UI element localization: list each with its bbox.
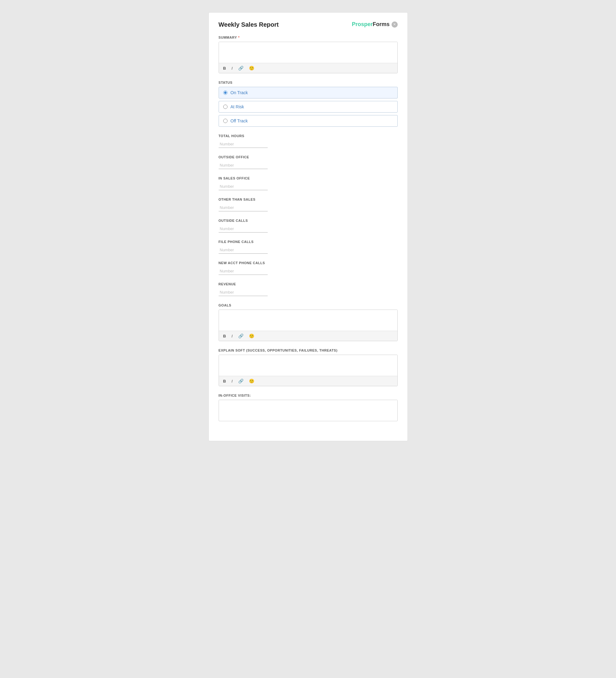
summary-bold-button[interactable]: B — [222, 65, 227, 71]
outside-office-section: OUTSIDE OFFICE — [219, 155, 398, 169]
goals-rich-text-box: B I 🔗 🙂 — [219, 309, 398, 341]
explain-soft-textarea[interactable] — [219, 355, 397, 375]
link-icon: 🔗 — [238, 66, 243, 71]
link-icon: 🔗 — [238, 334, 243, 338]
summary-emoji-button[interactable]: 🙂 — [248, 65, 255, 71]
goals-section: GOALS B I 🔗 🙂 — [219, 303, 398, 341]
status-radio-on-track[interactable] — [223, 90, 228, 95]
in-sales-office-input[interactable] — [219, 183, 268, 190]
outside-calls-label: OUTSIDE CALLS — [219, 219, 398, 222]
explain-soft-bold-button[interactable]: B — [222, 378, 227, 384]
bold-icon: B — [223, 334, 226, 338]
revenue-section: REVENUE — [219, 282, 398, 296]
goals-textarea[interactable] — [219, 310, 397, 330]
required-indicator: * — [238, 36, 240, 39]
status-option-off-track[interactable]: Off Track — [219, 115, 398, 127]
status-radio-at-risk[interactable] — [223, 105, 228, 109]
revenue-label: REVENUE — [219, 282, 398, 286]
status-label-on-track: On Track — [231, 90, 248, 95]
summary-italic-button[interactable]: I — [230, 65, 234, 71]
explain-soft-toolbar: B I 🔗 🙂 — [219, 376, 397, 386]
logo: ProsperForms — [352, 21, 389, 28]
italic-icon: I — [232, 334, 233, 338]
emoji-icon: 🙂 — [249, 379, 254, 383]
other-than-sales-input[interactable] — [219, 204, 268, 212]
status-option-on-track[interactable]: On Track — [219, 87, 398, 99]
other-than-sales-section: OTHER THAN SALES — [219, 197, 398, 212]
outside-calls-section: OUTSIDE CALLS — [219, 219, 398, 232]
summary-label: SUMMARY * — [219, 36, 398, 39]
revenue-input[interactable] — [219, 288, 268, 296]
new-acct-phone-calls-section: NEW ACCT PHONE CALLS — [219, 261, 398, 275]
in-office-visits-label: IN-OFFICE VISITS: — [219, 393, 398, 397]
goals-bold-button[interactable]: B — [222, 333, 227, 339]
logo-prosper: Prosper — [352, 21, 373, 28]
new-acct-phone-calls-label: NEW ACCT PHONE CALLS — [219, 261, 398, 265]
form-container: Weekly Sales Report ProsperForms ✕ SUMMA… — [208, 12, 408, 441]
summary-section: SUMMARY * B I 🔗 🙂 — [219, 36, 398, 73]
form-header: Weekly Sales Report ProsperForms ✕ — [219, 21, 398, 28]
summary-textarea[interactable] — [219, 42, 397, 62]
status-label-at-risk: At Risk — [231, 104, 244, 109]
logo-forms: Forms — [373, 21, 389, 28]
explain-soft-italic-button[interactable]: I — [230, 378, 234, 384]
emoji-icon: 🙂 — [249, 66, 254, 71]
status-label-off-track: Off Track — [231, 118, 248, 123]
goals-link-button[interactable]: 🔗 — [237, 333, 245, 339]
goals-emoji-button[interactable]: 🙂 — [248, 333, 255, 339]
bold-icon: B — [223, 66, 226, 71]
close-button[interactable]: ✕ — [392, 22, 398, 28]
in-sales-office-label: IN SALES OFFICE — [219, 177, 398, 180]
bold-icon: B — [223, 379, 226, 383]
summary-link-button[interactable]: 🔗 — [237, 65, 245, 71]
goals-italic-button[interactable]: I — [230, 333, 234, 339]
file-phone-calls-section: FILE PHONE CALLS — [219, 240, 398, 254]
status-option-at-risk[interactable]: At Risk — [219, 101, 398, 113]
new-acct-phone-calls-input[interactable] — [219, 267, 268, 275]
summary-rich-text-box: B I 🔗 🙂 — [219, 42, 398, 73]
other-than-sales-label: OTHER THAN SALES — [219, 197, 398, 201]
explain-soft-label: EXPLAIN SOFT (SUCCESS, OPPORTUNITIES, FA… — [219, 348, 398, 352]
explain-soft-link-button[interactable]: 🔗 — [237, 378, 245, 384]
link-icon: 🔗 — [238, 379, 243, 383]
italic-icon: I — [232, 66, 233, 71]
outside-calls-input[interactable] — [219, 225, 268, 232]
total-hours-label: TOTAL HOURS — [219, 134, 398, 138]
file-phone-calls-label: FILE PHONE CALLS — [219, 240, 398, 243]
explain-soft-section: EXPLAIN SOFT (SUCCESS, OPPORTUNITIES, FA… — [219, 348, 398, 386]
status-section: STATUS On Track At Risk Off Track — [219, 81, 398, 127]
emoji-icon: 🙂 — [249, 334, 254, 338]
total-hours-section: TOTAL HOURS — [219, 134, 398, 148]
in-office-visits-rich-text-box — [219, 400, 398, 421]
form-title: Weekly Sales Report — [219, 21, 279, 28]
file-phone-calls-input[interactable] — [219, 246, 268, 254]
explain-soft-emoji-button[interactable]: 🙂 — [248, 378, 255, 384]
goals-toolbar: B I 🔗 🙂 — [219, 331, 397, 341]
explain-soft-rich-text-box: B I 🔗 🙂 — [219, 355, 398, 386]
in-office-visits-textarea[interactable] — [219, 400, 397, 420]
summary-toolbar: B I 🔗 🙂 — [219, 63, 397, 73]
in-sales-office-section: IN SALES OFFICE — [219, 177, 398, 190]
italic-icon: I — [232, 379, 233, 383]
outside-office-label: OUTSIDE OFFICE — [219, 155, 398, 159]
total-hours-input[interactable] — [219, 140, 268, 148]
in-office-visits-section: IN-OFFICE VISITS: — [219, 393, 398, 421]
status-label: STATUS — [219, 81, 398, 84]
status-radio-off-track[interactable] — [223, 119, 228, 123]
outside-office-input[interactable] — [219, 161, 268, 169]
logo-wrap: ProsperForms ✕ — [352, 21, 397, 28]
status-options: On Track At Risk Off Track — [219, 87, 398, 127]
goals-label: GOALS — [219, 303, 398, 307]
